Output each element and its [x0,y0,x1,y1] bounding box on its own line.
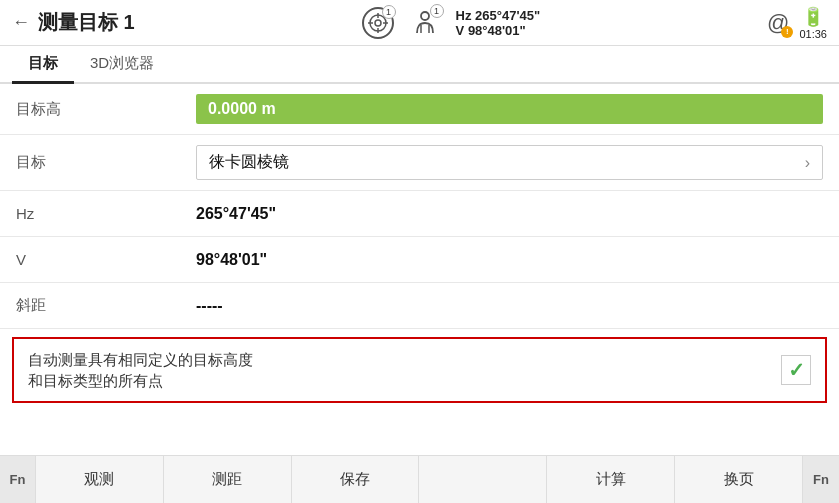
value-target-height[interactable]: 0.0000 m [196,94,823,124]
app-container: ← 测量目标 1 1 [0,0,839,503]
header-right: @ ! 🔋 01:36 [767,6,827,40]
battery-time: 🔋 01:36 [799,6,827,40]
svg-point-6 [421,12,429,20]
tabs-bar: 目标 3D浏览器 [0,46,839,84]
warning-badge: ! [781,26,793,38]
label-target: 目标 [16,153,196,172]
tab-target[interactable]: 目标 [12,46,74,84]
footer-item-save[interactable]: 保存 [292,456,420,503]
field-row-target-height: 目标高 0.0000 m [0,84,839,135]
hz-value: Hz 265°47'45" [456,8,541,23]
label-hz: Hz [16,205,196,222]
chevron-right-icon: › [805,154,810,172]
field-row-v: V 98°48'01" [0,237,839,283]
label-target-height: 目标高 [16,100,196,119]
back-button[interactable]: ← [12,12,30,33]
checkbox-check[interactable]: ✓ [781,355,811,385]
value-slope: ----- [196,297,823,315]
footer-bar: Fn 观测 测距 保存 计算 换页 Fn [0,455,839,503]
header-left: ← 测量目标 1 [12,9,135,36]
header: ← 测量目标 1 1 [0,0,839,46]
field-row-hz: Hz 265°47'45" [0,191,839,237]
svg-point-1 [375,20,381,26]
at-icon-wrapper: @ ! [767,10,789,36]
value-target[interactable]: 徕卡圆棱镜 › [196,145,823,180]
footer-item-calculate[interactable]: 计算 [547,456,675,503]
tab-3d-browser[interactable]: 3D浏览器 [74,46,170,84]
target-badge: 1 [382,5,396,19]
time-display: 01:36 [799,28,827,40]
person-badge: 1 [430,4,444,18]
footer-item-observe[interactable]: 观测 [36,456,164,503]
footer-fn-left[interactable]: Fn [0,456,36,503]
header-center: 1 1 Hz 265°47'45" V 98°48'01" [362,6,541,40]
footer-fn-right[interactable]: Fn [803,456,839,503]
auto-measure-label: 自动测量具有相同定义的目标高度和目标类型的所有点 [28,349,769,391]
survey-person-icon: 1 [408,6,442,40]
field-row-target: 目标 徕卡圆棱镜 › [0,135,839,191]
value-hz: 265°47'45" [196,205,823,223]
field-row-slope: 斜距 ----- [0,283,839,329]
footer-item-distance[interactable]: 测距 [164,456,292,503]
label-slope: 斜距 [16,296,196,315]
coords-display: Hz 265°47'45" V 98°48'01" [456,8,541,38]
v-value: V 98°48'01" [456,23,526,38]
label-v: V [16,251,196,268]
target-icon: 1 [362,7,394,39]
page-title: 测量目标 1 [38,9,135,36]
main-content: 目标高 0.0000 m 目标 徕卡圆棱镜 › Hz 265°47'45" V … [0,84,839,455]
value-v: 98°48'01" [196,251,823,269]
battery-icon: 🔋 [802,6,824,28]
footer-item-page[interactable]: 换页 [675,456,803,503]
checkmark-icon: ✓ [788,358,805,382]
auto-measure-checkbox-row[interactable]: 自动测量具有相同定义的目标高度和目标类型的所有点 ✓ [12,337,827,403]
footer-item-empty [419,456,547,503]
